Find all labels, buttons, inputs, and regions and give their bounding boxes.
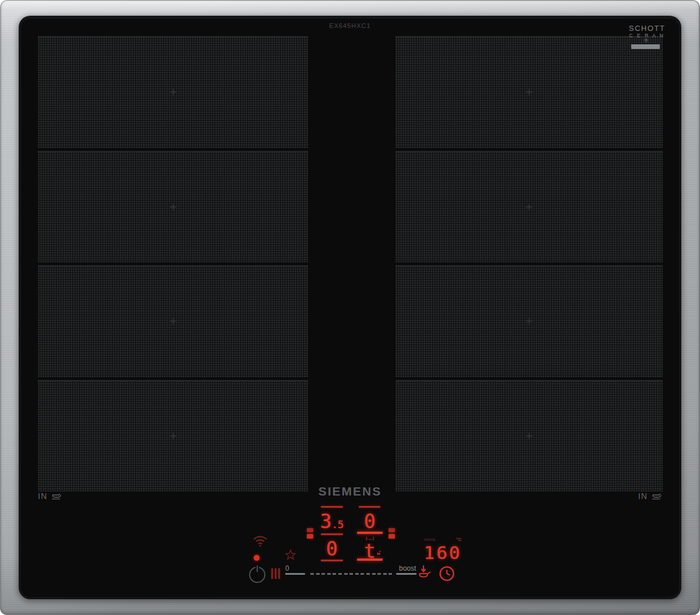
wifi-icon[interactable] [252, 535, 268, 550]
slider-min-label: 0 [285, 564, 289, 572]
cooking-zone-left [38, 36, 308, 491]
zone-segment [396, 265, 663, 377]
zone-segment [38, 380, 308, 492]
zone-select-line[interactable] [321, 506, 343, 508]
zone-segment [38, 151, 308, 263]
zone-select-line-active[interactable] [357, 558, 383, 561]
segment-center-cross [170, 89, 176, 96]
power-slider-track[interactable] [310, 573, 394, 575]
ceramic-glass-surface: EX645HXC1 SCHOTT C E R A N ® SIEMENS IN [21, 18, 679, 597]
zone-select-line[interactable] [321, 533, 343, 535]
zone-segment [396, 36, 663, 148]
slider-boost-key[interactable] [396, 573, 416, 575]
flexzone-indicator[interactable] [388, 528, 395, 539]
zone-segment [396, 151, 663, 263]
zone-segment [38, 265, 308, 377]
power-level-display: 0 [357, 512, 383, 531]
segment-center-cross [526, 433, 533, 439]
segment-center-cross [526, 203, 533, 210]
induction-pan-icon [652, 492, 664, 500]
segment-center-cross [170, 433, 176, 439]
zone-segment [396, 380, 663, 492]
induction-pan-icon [51, 492, 64, 500]
segment-center-cross [170, 318, 176, 325]
induction-mark-right: IN [638, 491, 664, 501]
pause-icon[interactable] [271, 568, 280, 579]
slider-min-key[interactable] [285, 573, 305, 575]
degrees-label: °C [456, 537, 461, 542]
siemens-logo: SIEMENS [21, 484, 679, 498]
status-dot [254, 555, 260, 561]
model-number: EX645HXC1 [21, 22, 679, 29]
segment-center-cross [170, 203, 176, 210]
timer-clock-icon[interactable] [439, 565, 455, 584]
induction-mark-left: IN [38, 491, 64, 501]
power-level-display: 3.5 [319, 512, 345, 531]
timer-temperature-display[interactable]: min/s °C 160 [422, 537, 463, 562]
frying-sensor-icon[interactable] [418, 565, 434, 584]
shortcut-star-icon[interactable] [285, 549, 296, 563]
schott-ceran-logo: SCHOTT C E R A N ® [629, 24, 665, 43]
power-level-display: 0 [319, 539, 345, 558]
segment-center-cross [526, 318, 533, 325]
zone-select-line[interactable] [359, 506, 380, 508]
power-icon[interactable] [249, 567, 265, 583]
induction-label: IN [38, 491, 47, 501]
schott-logo-line1: SCHOTT [629, 24, 665, 33]
zone-select-line-active[interactable] [357, 532, 383, 534]
flexzone-indicator[interactable] [307, 528, 313, 539]
slider-boost-label: boost [399, 564, 416, 572]
zone-select-line[interactable] [321, 560, 343, 561]
induction-label: IN [638, 491, 648, 501]
timer-units-label: min/s [424, 537, 435, 542]
segment-center-cross [526, 89, 533, 96]
schott-logo-line2: C E R A N ® [629, 33, 665, 44]
induction-hob: EX645HXC1 SCHOTT C E R A N ® SIEMENS IN [0, 0, 700, 615]
temperature-value: 160 [422, 544, 463, 562]
mini-pan-icon [376, 539, 382, 558]
zone-segment [38, 36, 308, 148]
schott-grey-bar [631, 44, 660, 49]
cooking-zone-right [396, 36, 663, 491]
